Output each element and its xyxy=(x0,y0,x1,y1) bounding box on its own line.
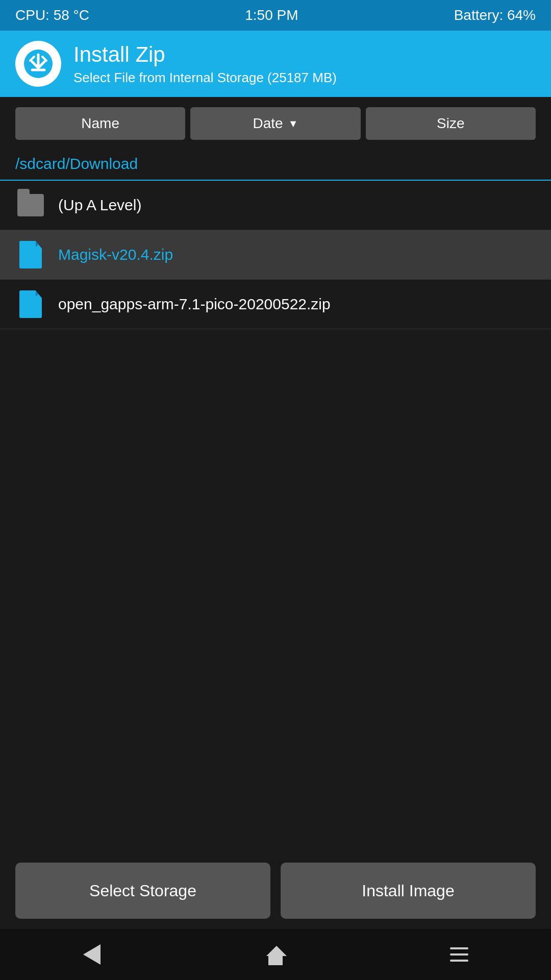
folder-icon xyxy=(15,190,46,220)
select-storage-button[interactable]: Select Storage xyxy=(15,863,270,919)
app-header: Install Zip Select File from Internal St… xyxy=(0,31,551,97)
back-button[interactable] xyxy=(71,934,112,975)
sort-size-button[interactable]: Size xyxy=(366,107,536,140)
menu-button[interactable] xyxy=(439,934,480,975)
path-bar: /sdcard/Download xyxy=(0,150,551,181)
nav-bar xyxy=(0,929,551,980)
header-title: Install Zip xyxy=(73,42,337,67)
file-list: (Up A Level) Magisk-v20.4.zip open_gapps… xyxy=(0,181,551,329)
header-text-block: Install Zip Select File from Internal St… xyxy=(73,42,337,86)
document-icon xyxy=(15,239,46,270)
sort-name-button[interactable]: Name xyxy=(15,107,185,140)
time-status: 1:50 PM xyxy=(245,7,298,23)
cpu-status: CPU: 58 °C xyxy=(15,7,89,23)
home-icon xyxy=(266,946,285,963)
home-button[interactable] xyxy=(255,934,296,975)
header-subtitle: Select File from Internal Storage (25187… xyxy=(73,70,337,86)
sort-bar: Name Date ▼ Size xyxy=(0,97,551,150)
file-name-up: (Up A Level) xyxy=(58,197,141,214)
list-item[interactable]: open_gapps-arm-7.1-pico-20200522.zip xyxy=(0,280,551,329)
list-item[interactable]: (Up A Level) xyxy=(0,181,551,230)
file-name-magisk: Magisk-v20.4.zip xyxy=(58,246,173,263)
current-path: /sdcard/Download xyxy=(15,155,138,172)
install-image-button[interactable]: Install Image xyxy=(281,863,536,919)
back-icon xyxy=(83,944,101,965)
battery-status: Battery: 64% xyxy=(454,7,536,23)
file-name-gapps: open_gapps-arm-7.1-pico-20200522.zip xyxy=(58,296,331,313)
app-icon xyxy=(15,41,61,87)
sort-date-button[interactable]: Date ▼ xyxy=(190,107,360,140)
chevron-down-icon: ▼ xyxy=(288,118,298,130)
bottom-actions: Select Storage Install Image xyxy=(0,852,551,929)
status-bar: CPU: 58 °C 1:50 PM Battery: 64% xyxy=(0,0,551,31)
document-icon xyxy=(15,289,46,320)
menu-icon xyxy=(450,947,468,962)
list-item[interactable]: Magisk-v20.4.zip xyxy=(0,230,551,280)
